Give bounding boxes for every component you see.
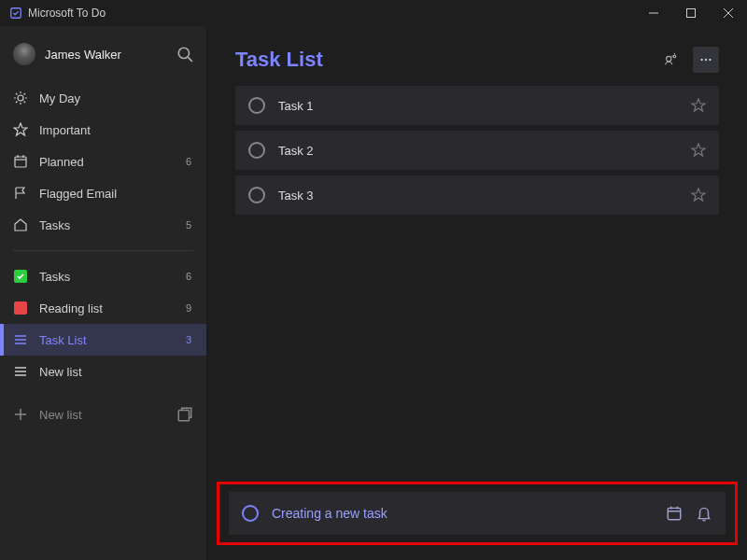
app-icon xyxy=(9,7,22,20)
plus-icon xyxy=(13,407,28,422)
sidebar-item-label: Tasks xyxy=(39,218,167,232)
svg-point-36 xyxy=(705,59,707,61)
sidebar-item-count: 6 xyxy=(178,156,191,167)
svg-point-37 xyxy=(709,59,711,61)
due-date-icon[interactable] xyxy=(666,505,683,522)
share-button[interactable] xyxy=(657,47,684,73)
sidebar-item-important[interactable]: Important xyxy=(0,114,206,146)
add-task-bar[interactable] xyxy=(229,492,726,535)
svg-line-6 xyxy=(188,57,192,62)
close-button[interactable] xyxy=(710,0,747,26)
svg-point-31 xyxy=(667,56,671,61)
list-icon xyxy=(13,364,28,379)
sidebar-item-count: 5 xyxy=(178,219,191,231)
svg-marker-40 xyxy=(692,189,705,201)
sidebar-item-label: Task List xyxy=(39,333,167,347)
sidebar-item-tasks[interactable]: Tasks 5 xyxy=(0,209,206,241)
svg-rect-2 xyxy=(687,9,696,18)
sidebar-item-label: My Day xyxy=(39,91,167,105)
more-options-button[interactable] xyxy=(693,47,719,73)
task-label: Task 1 xyxy=(278,99,678,113)
minimize-button[interactable] xyxy=(635,0,672,26)
sidebar-item-label: New list xyxy=(39,365,167,379)
flag-icon xyxy=(13,186,28,201)
calendar-icon xyxy=(13,154,28,169)
smart-lists: My Day Important Planned 6 xyxy=(0,78,206,245)
svg-rect-30 xyxy=(178,411,189,421)
header-actions xyxy=(657,47,719,73)
sidebar-item-tasks-custom[interactable]: Tasks 6 xyxy=(0,260,206,292)
sidebar-item-newlist[interactable]: New list xyxy=(0,356,206,387)
app-name: Microsoft To Do xyxy=(28,7,106,20)
svg-line-12 xyxy=(16,93,18,95)
sidebar-item-myday[interactable]: My Day xyxy=(0,82,206,114)
sidebar-item-label: Planned xyxy=(39,155,167,169)
sidebar-divider xyxy=(13,250,193,251)
svg-line-15 xyxy=(24,93,26,95)
sidebar-item-flagged[interactable]: Flagged Email xyxy=(0,177,206,209)
window-titlebar: Microsoft To Do xyxy=(0,0,747,26)
list-icon xyxy=(13,332,28,347)
svg-marker-38 xyxy=(692,99,705,111)
sidebar-item-label: Flagged Email xyxy=(39,187,167,201)
sidebar-item-reading[interactable]: Reading list 9 xyxy=(0,292,206,324)
sidebar-item-label: Reading list xyxy=(39,301,167,315)
task-list: Task 1 Task 2 Task 3 xyxy=(207,86,747,215)
sidebar-item-tasklist[interactable]: Task List 3 xyxy=(0,324,206,356)
add-task-input[interactable] xyxy=(272,506,653,521)
list-header: Task List xyxy=(207,26,747,86)
sidebar: James Walker My Day Important xyxy=(0,26,207,560)
titlebar-left: Microsoft To Do xyxy=(9,7,106,20)
window-controls xyxy=(635,0,747,26)
svg-marker-39 xyxy=(692,144,705,156)
sidebar-item-count: 3 xyxy=(178,334,191,345)
complete-circle-icon[interactable] xyxy=(248,142,265,159)
reminder-icon[interactable] xyxy=(696,505,712,522)
maximize-button[interactable] xyxy=(672,0,710,26)
add-task-highlight xyxy=(217,482,738,545)
new-list-button[interactable]: New list xyxy=(0,395,206,434)
task-row[interactable]: Task 3 xyxy=(235,175,719,215)
sidebar-item-count: 6 xyxy=(178,271,191,282)
search-icon[interactable] xyxy=(176,46,193,63)
sidebar-item-count: 9 xyxy=(178,302,191,314)
home-icon xyxy=(13,217,28,232)
svg-rect-17 xyxy=(15,157,26,167)
add-circle-icon xyxy=(242,505,259,522)
svg-rect-41 xyxy=(668,508,681,519)
task-row[interactable]: Task 1 xyxy=(235,86,719,125)
svg-marker-16 xyxy=(14,123,27,135)
profile-row[interactable]: James Walker xyxy=(0,26,206,78)
profile-name: James Walker xyxy=(45,48,167,62)
custom-lists: Tasks 6 Reading list 9 Task List 3 xyxy=(0,257,206,391)
svg-line-14 xyxy=(16,102,18,104)
complete-circle-icon[interactable] xyxy=(248,97,265,114)
svg-point-35 xyxy=(700,59,702,61)
sun-icon xyxy=(13,91,28,105)
check-green-icon xyxy=(13,269,28,284)
svg-point-32 xyxy=(673,55,676,58)
svg-point-5 xyxy=(178,48,189,58)
svg-line-13 xyxy=(24,102,26,104)
task-label: Task 3 xyxy=(278,189,678,203)
svg-point-7 xyxy=(18,95,23,101)
sidebar-item-planned[interactable]: Planned 6 xyxy=(0,146,206,177)
complete-circle-icon[interactable] xyxy=(248,187,265,203)
star-icon xyxy=(13,122,28,137)
star-icon[interactable] xyxy=(691,188,706,203)
main-panel: Task List Task 1 Task 2 xyxy=(207,26,747,560)
sidebar-item-label: Tasks xyxy=(39,270,167,284)
box-red-icon xyxy=(13,301,28,315)
new-list-label: New list xyxy=(39,408,165,422)
task-row[interactable]: Task 2 xyxy=(235,131,719,170)
avatar xyxy=(13,43,35,65)
star-icon[interactable] xyxy=(691,143,706,158)
star-icon[interactable] xyxy=(691,98,706,113)
new-group-icon[interactable] xyxy=(176,406,193,423)
sidebar-item-label: Important xyxy=(39,123,167,137)
task-label: Task 2 xyxy=(278,144,678,158)
page-title: Task List xyxy=(235,48,657,72)
